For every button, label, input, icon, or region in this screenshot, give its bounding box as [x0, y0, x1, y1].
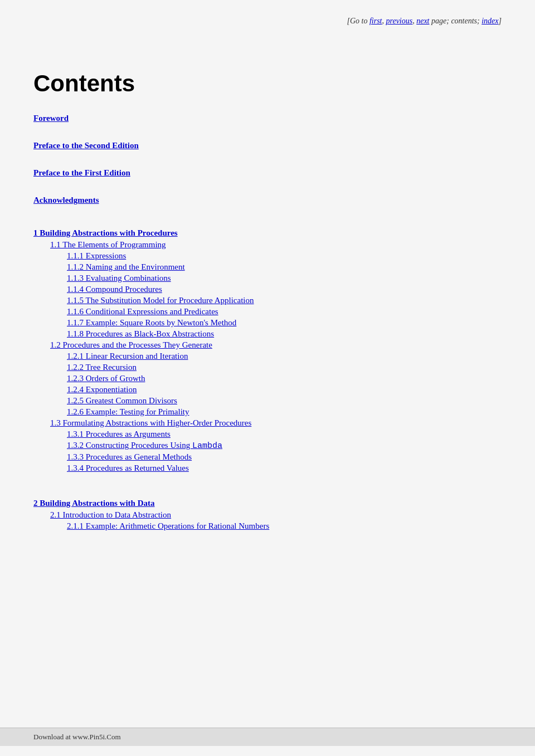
toc-acknowledgments[interactable]: Acknowledgments [33, 196, 502, 205]
chapter-2-group: 2 Building Abstractions with Data 2.1 In… [33, 499, 502, 531]
toc-section-1-2-4[interactable]: 1.2.4 Exponentiation [67, 385, 502, 394]
toc-section-1-1-4[interactable]: 1.1.4 Compound Procedures [67, 285, 502, 294]
toc-section-1-1[interactable]: 1.1 The Elements of Programming [50, 240, 502, 250]
top-navigation: [Go to first, previous, next page; conte… [33, 17, 502, 26]
toc-section-1-3-1[interactable]: 1.3.1 Procedures as Arguments [67, 430, 502, 439]
toc-section-1-3-3[interactable]: 1.3.3 Procedures as General Methods [67, 452, 502, 462]
nav-suffix: ] [499, 17, 502, 25]
toc-section-1-2[interactable]: 1.2 Procedures and the Processes They Ge… [50, 340, 502, 350]
nav-index-link[interactable]: index [481, 17, 498, 25]
toc-section-1-1-6[interactable]: 1.1.6 Conditional Expressions and Predic… [67, 307, 502, 316]
nav-prefix: [Go to [347, 17, 369, 25]
toc-chapter-1[interactable]: 1 Building Abstractions with Procedures [33, 228, 502, 238]
toc-section-1-2-6[interactable]: 1.2.6 Example: Testing for Primality [67, 407, 502, 417]
toc-section-1-1-1[interactable]: 1.1.1 Expressions [67, 251, 502, 261]
toc-section-1-1-5[interactable]: 1.1.5 The Substitution Model for Procedu… [67, 296, 502, 305]
toc-section-2-1-1[interactable]: 2.1.1 Example: Arithmetic Operations for… [67, 521, 502, 531]
toc-section-1-2-1[interactable]: 1.2.1 Linear Recursion and Iteration [67, 352, 502, 361]
chapter-1-group: 1 Building Abstractions with Procedures … [33, 228, 502, 473]
toc-section-1-2-5[interactable]: 1.2.5 Greatest Common Divisors [67, 396, 502, 406]
toc-preface-first[interactable]: Preface to the First Edition [33, 168, 502, 178]
toc-section-1-1-8[interactable]: 1.1.8 Procedures as Black-Box Abstractio… [67, 329, 502, 339]
toc-preface-second[interactable]: Preface to the Second Edition [33, 141, 502, 150]
toc-section-1-2-2[interactable]: 1.2.2 Tree Recursion [67, 363, 502, 372]
toc-section-1-1-2[interactable]: 1.1.2 Naming and the Environment [67, 262, 502, 272]
nav-previous-link[interactable]: previous [386, 17, 412, 25]
toc-section-1-3-2[interactable]: 1.3.2 Constructing Procedures Using Lamb… [67, 441, 502, 451]
frontmatter-section: Foreword Preface to the Second Edition P… [33, 114, 502, 205]
toc-section-2-1[interactable]: 2.1 Introduction to Data Abstraction [50, 510, 502, 520]
toc-foreword[interactable]: Foreword [33, 114, 502, 123]
toc-section-1-3[interactable]: 1.3 Formulating Abstractions with Higher… [50, 418, 502, 428]
toc-section-1-1-3[interactable]: 1.1.3 Evaluating Combinations [67, 274, 502, 283]
nav-first-link[interactable]: first [369, 17, 382, 25]
nav-middle: page; contents; [430, 17, 482, 25]
toc-section-1-2-3[interactable]: 1.2.3 Orders of Growth [67, 374, 502, 383]
page-container: [Go to first, previous, next page; conte… [0, 0, 535, 756]
toc-section-1-1-7[interactable]: 1.1.7 Example: Square Roots by Newton's … [67, 318, 502, 328]
toc-section-1-3-4[interactable]: 1.3.4 Procedures as Returned Values [67, 464, 502, 473]
footer-text: Download at www.Pin5i.Com [33, 733, 121, 741]
toc-chapter-2[interactable]: 2 Building Abstractions with Data [33, 499, 502, 508]
toc-container: Foreword Preface to the Second Edition P… [33, 114, 502, 531]
page-title: Contents [33, 70, 502, 97]
footer-bar: Download at www.Pin5i.Com [0, 728, 535, 746]
nav-next-link[interactable]: next [416, 17, 429, 25]
